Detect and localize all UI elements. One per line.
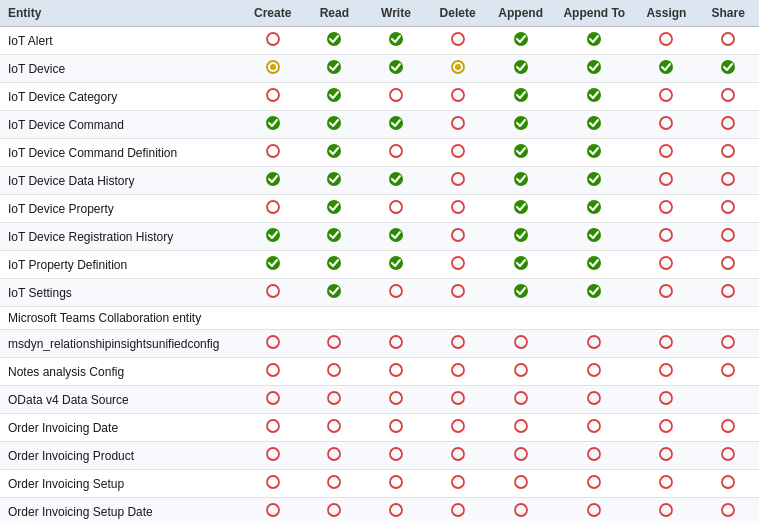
table-row: IoT Settings [0, 279, 759, 307]
read-cell [303, 27, 365, 55]
svg-point-121 [267, 476, 279, 488]
create-cell [242, 251, 304, 279]
parent-child-icon [326, 148, 342, 162]
svg-point-110 [588, 420, 600, 432]
append-cell [488, 442, 553, 470]
write-cell [365, 55, 427, 83]
none-selected-icon [388, 479, 404, 493]
assign-cell [636, 498, 698, 524]
svg-point-89 [722, 336, 734, 348]
entity-name: IoT Settings [8, 286, 72, 300]
parent-child-icon [513, 120, 529, 134]
none-selected-icon [265, 395, 281, 409]
append-cell [488, 223, 553, 251]
read-cell [303, 330, 365, 358]
svg-point-114 [328, 448, 340, 460]
delete-cell [427, 27, 489, 55]
none-selected-icon [658, 288, 674, 302]
none-selected-icon [513, 367, 529, 381]
delete-cell [427, 470, 489, 498]
entity-name: Order Invoicing Product [8, 449, 134, 463]
share-cell [697, 195, 759, 223]
create-cell [242, 307, 304, 330]
write-cell [365, 167, 427, 195]
none-selected-icon [720, 367, 736, 381]
svg-point-86 [515, 336, 527, 348]
user-icon [265, 64, 281, 78]
parent-child-icon [586, 176, 602, 190]
delete-cell [427, 139, 489, 167]
append-cell [488, 251, 553, 279]
svg-point-100 [390, 392, 402, 404]
svg-point-93 [452, 364, 464, 376]
svg-point-128 [722, 476, 734, 488]
share-cell [697, 83, 759, 111]
none-selected-icon [265, 288, 281, 302]
table-row: msdyn_relationshipinsightsunifiedconfig [0, 330, 759, 358]
none-selected-icon [586, 423, 602, 437]
create-cell [242, 414, 304, 442]
none-selected-icon [388, 423, 404, 437]
svg-point-85 [452, 336, 464, 348]
permissions-table: EntityCreateReadWriteDeleteAppendAppend … [0, 0, 759, 523]
svg-point-64 [660, 229, 672, 241]
parent-child-icon [326, 176, 342, 190]
none-selected-icon [450, 176, 466, 190]
none-selected-icon [326, 479, 342, 493]
none-selected-icon [513, 479, 529, 493]
svg-point-48 [660, 173, 672, 185]
svg-point-109 [515, 420, 527, 432]
none-selected-icon [586, 479, 602, 493]
assign-cell [636, 358, 698, 386]
svg-point-34 [267, 145, 279, 157]
delete-cell [427, 251, 489, 279]
parent-child-icon [326, 260, 342, 274]
appendTo-cell [553, 386, 636, 414]
none-selected-icon [326, 451, 342, 465]
entity-name-cell: Order Invoicing Product [0, 442, 242, 470]
appendTo-cell [553, 498, 636, 524]
read-cell [303, 307, 365, 330]
svg-point-130 [328, 504, 340, 516]
append-cell [488, 330, 553, 358]
parent-child-icon [326, 92, 342, 106]
none-selected-icon [720, 232, 736, 246]
svg-point-50 [267, 201, 279, 213]
none-selected-icon [388, 339, 404, 353]
svg-point-123 [390, 476, 402, 488]
none-selected-icon [450, 92, 466, 106]
parent-child-icon [513, 232, 529, 246]
svg-point-97 [722, 364, 734, 376]
none-selected-icon [658, 395, 674, 409]
delete-cell [427, 279, 489, 307]
delete-cell [427, 111, 489, 139]
table-row: Microsoft Teams Collaboration entity [0, 307, 759, 330]
none-selected-icon [265, 423, 281, 437]
create-cell [242, 358, 304, 386]
write-cell [365, 307, 427, 330]
append-cell [488, 307, 553, 330]
append-cell [488, 55, 553, 83]
none-selected-icon [586, 507, 602, 521]
entity-name-cell: Notes analysis Config [0, 358, 242, 386]
col-header-create: Create [242, 0, 304, 27]
table-row: IoT Device [0, 55, 759, 83]
read-cell [303, 358, 365, 386]
table-row: Order Invoicing Setup Date [0, 498, 759, 524]
appendTo-cell [553, 470, 636, 498]
create-cell [242, 167, 304, 195]
col-header-read: Read [303, 0, 365, 27]
permissions-table-container: EntityCreateReadWriteDeleteAppendAppend … [0, 0, 759, 523]
none-selected-icon [450, 367, 466, 381]
delete-cell [427, 195, 489, 223]
svg-point-87 [588, 336, 600, 348]
svg-point-124 [452, 476, 464, 488]
none-selected-icon [586, 395, 602, 409]
append-cell [488, 195, 553, 223]
parent-child-icon [513, 36, 529, 50]
share-cell [697, 330, 759, 358]
svg-point-98 [267, 392, 279, 404]
none-selected-icon [658, 120, 674, 134]
svg-point-113 [267, 448, 279, 460]
svg-point-104 [660, 392, 672, 404]
